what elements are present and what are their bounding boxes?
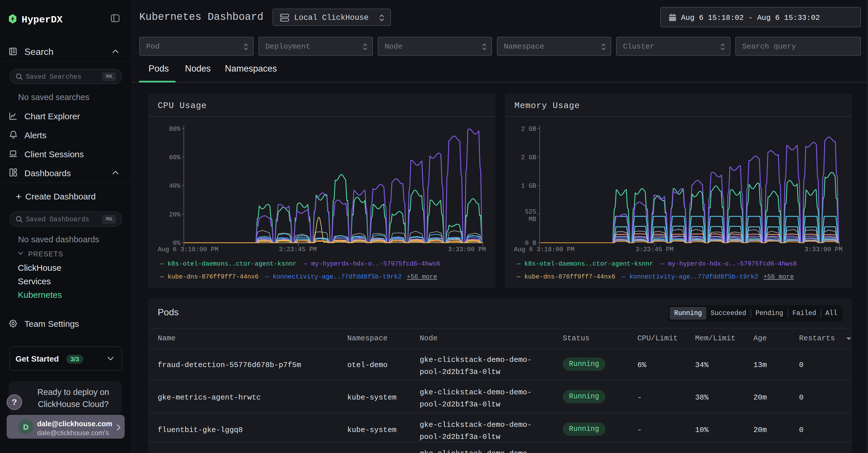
svg-text:1 GB: 1 GB — [521, 182, 536, 190]
svg-text:3:33:00 PM: 3:33:00 PM — [448, 246, 486, 253]
svg-text:MB: MB — [529, 216, 536, 223]
svg-text:525: 525 — [525, 208, 536, 216]
svg-text:3:33:00 PM: 3:33:00 PM — [805, 246, 842, 253]
svg-text:80%: 80% — [169, 125, 180, 133]
svg-text:2 GB: 2 GB — [521, 125, 536, 133]
svg-text:2 GB: 2 GB — [521, 154, 536, 161]
svg-text:Aug 6 3:18:00 PM: Aug 6 3:18:00 PM — [514, 246, 575, 253]
svg-text:20%: 20% — [169, 211, 180, 219]
svg-text:40%: 40% — [169, 182, 180, 190]
svg-text:3:23:45 PM: 3:23:45 PM — [279, 246, 317, 253]
svg-text:60%: 60% — [169, 154, 180, 161]
svg-text:Aug 6 3:18:00 PM: Aug 6 3:18:00 PM — [158, 246, 218, 253]
svg-text:3:23:45 PM: 3:23:45 PM — [636, 246, 674, 253]
